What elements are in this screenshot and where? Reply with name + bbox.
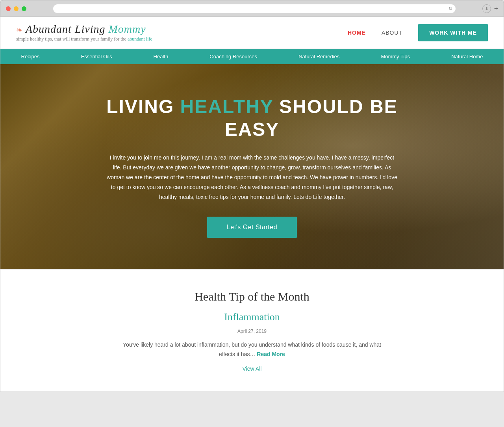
read-more-link[interactable]: Read More bbox=[257, 351, 285, 357]
tip-date: April 27, 2019 bbox=[16, 329, 488, 334]
close-button[interactable] bbox=[6, 6, 11, 11]
nav-health[interactable]: Health bbox=[147, 49, 175, 64]
minimize-button[interactable] bbox=[14, 6, 19, 11]
tip-excerpt-text: You've likely heard a lot about inflamma… bbox=[123, 342, 381, 357]
logo-tagline: simple healthy tips, that will transform… bbox=[16, 36, 152, 42]
tip-excerpt: You've likely heard a lot about inflamma… bbox=[114, 340, 390, 359]
tagline-link[interactable]: abundant life bbox=[128, 36, 152, 42]
main-nav: HOME ABOUT WORK WITH ME bbox=[348, 24, 488, 41]
nav-mommy-tips[interactable]: Mommy Tips bbox=[374, 49, 416, 64]
maximize-button[interactable] bbox=[22, 6, 26, 11]
logo-text-mommy: Mommy bbox=[108, 23, 146, 35]
hero-section: LIVING HEALTHY SHOULD BE EASY I invite y… bbox=[0, 64, 504, 269]
tip-title[interactable]: Inflammation bbox=[16, 311, 488, 323]
butterfly-icon: ❧ bbox=[16, 26, 23, 34]
hero-headline-healthy: HEALTHY bbox=[180, 96, 273, 117]
hero-headline-living: LIVING bbox=[106, 96, 180, 117]
logo-area: ❧Abundant Living Mommy simple healthy ti… bbox=[16, 23, 152, 42]
new-tab-icon[interactable]: + bbox=[494, 5, 498, 13]
hero-headline: LIVING HEALTHY SHOULD BE EASY bbox=[106, 95, 398, 141]
health-tip-section: Health Tip of the Month Inflammation Apr… bbox=[0, 269, 504, 392]
nav-natural-home[interactable]: Natural Home bbox=[445, 49, 489, 64]
browser-chrome: ↻ ⬇ + bbox=[0, 0, 504, 17]
nav-natural-remedies[interactable]: Natural Remedies bbox=[292, 49, 346, 64]
nav-essential-oils[interactable]: Essential Oils bbox=[75, 49, 119, 64]
tagline-start: simple healthy tips, that will transform… bbox=[16, 36, 128, 42]
download-icon[interactable]: ⬇ bbox=[482, 4, 491, 13]
website-container: ❧Abundant Living Mommy simple healthy ti… bbox=[0, 17, 504, 392]
work-with-me-button[interactable]: WORK WITH ME bbox=[418, 24, 488, 41]
address-bar[interactable]: ↻ bbox=[53, 4, 456, 13]
nav-recipes[interactable]: Recipes bbox=[15, 49, 46, 64]
hero-body-text: I invite you to join me on this journey.… bbox=[106, 153, 398, 202]
logo-title: ❧Abundant Living Mommy bbox=[16, 23, 152, 35]
hero-content: LIVING HEALTHY SHOULD BE EASY I invite y… bbox=[75, 80, 429, 253]
site-header: ❧Abundant Living Mommy simple healthy ti… bbox=[0, 17, 504, 49]
hero-cta-button[interactable]: Let's Get Started bbox=[207, 217, 297, 238]
nav-coaching-resources[interactable]: Coaching Resources bbox=[203, 49, 263, 64]
secondary-nav: Recipes Essential Oils Health Coaching R… bbox=[0, 49, 504, 64]
section-title: Health Tip of the Month bbox=[16, 290, 488, 303]
refresh-icon[interactable]: ↻ bbox=[448, 6, 452, 12]
view-all-link[interactable]: View All bbox=[16, 366, 488, 372]
nav-home[interactable]: HOME bbox=[348, 30, 366, 36]
nav-about[interactable]: ABOUT bbox=[382, 30, 402, 36]
logo-text-abundant: Abundant Living bbox=[26, 23, 108, 35]
